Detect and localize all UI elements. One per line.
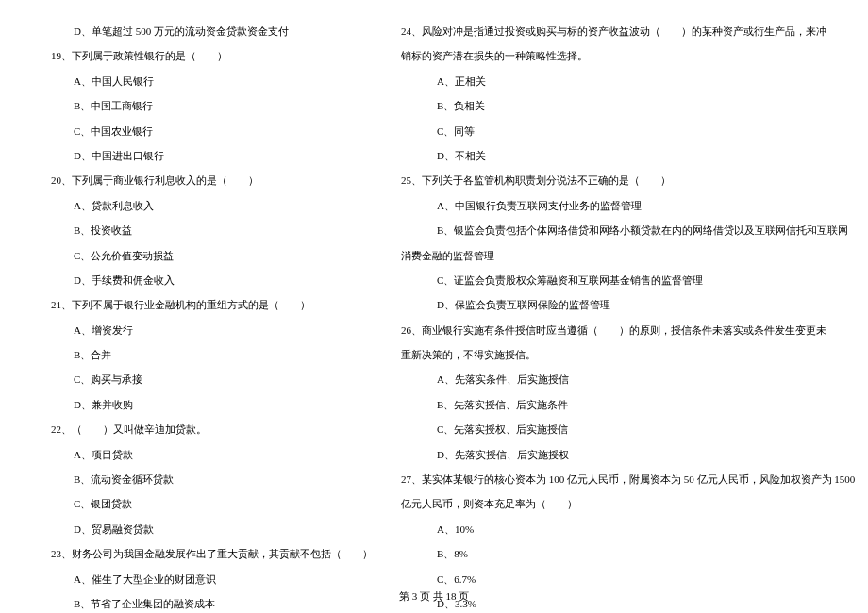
option: C、中国农业银行: [38, 119, 373, 143]
option: B、流动资金循环贷款: [38, 467, 373, 491]
option: D、不相关: [401, 143, 855, 168]
question-19: 19、下列属于政策性银行的是（ ）: [38, 43, 373, 68]
option: C、同等: [401, 119, 855, 143]
option: B、投资收益: [38, 218, 373, 242]
question-23: 23、财务公司为我国金融发展作出了重大贡献，其贡献不包括（ ）: [38, 541, 373, 566]
question-20: 20、下列属于商业银行利息收入的是（ ）: [38, 168, 373, 192]
left-column: D、单笔超过 500 万元的流动资金贷款资金支付 19、下列属于政策性银行的是（…: [38, 19, 373, 613]
content-columns: D、单笔超过 500 万元的流动资金贷款资金支付 19、下列属于政策性银行的是（…: [38, 19, 830, 613]
option: A、10%: [401, 517, 855, 541]
right-column: 24、风险对冲是指通过投资或购买与标的资产收益波动（ ）的某种资产或衍生产品，来…: [401, 19, 855, 613]
page-footer: 第 3 页 共 18 页: [0, 589, 868, 604]
question-21: 21、下列不属于银行业金融机构的重组方式的是（ ）: [38, 292, 373, 317]
option: D、保监会负责互联网保险的监督管理: [401, 292, 855, 317]
question-26-cont: 重新决策的，不得实施授信。: [401, 342, 855, 367]
option: D、贸易融资贷款: [38, 517, 373, 541]
option: D、中国进出口银行: [38, 143, 373, 168]
option: C、证监会负责股权众筹融资和互联网基金销售的监督管理: [401, 268, 855, 292]
option: D、手续费和佣金收入: [38, 268, 373, 292]
option: A、项目贷款: [38, 442, 373, 467]
option: B、8%: [401, 541, 855, 566]
option: B、先落实授信、后实施条件: [401, 392, 855, 417]
option: B、合并: [38, 342, 373, 367]
option: A、催生了大型企业的财团意识: [38, 567, 373, 591]
option: B、中国工商银行: [38, 93, 373, 118]
option: C、6.7%: [401, 567, 855, 591]
option: D、兼并收购: [38, 392, 373, 417]
question-22: 22、（ ）又叫做辛迪加贷款。: [38, 417, 373, 441]
option: D、单笔超过 500 万元的流动资金贷款资金支付: [38, 19, 373, 43]
option: B、负相关: [401, 93, 855, 118]
option: D、先落实授信、后实施授权: [401, 442, 855, 467]
question-26: 26、商业银行实施有条件授信时应当遵循（ ）的原则，授信条件未落实或条件发生变更…: [401, 318, 855, 342]
question-27-cont: 亿元人民币，则资本充足率为（ ）: [401, 491, 855, 516]
question-27: 27、某实体某银行的核心资本为 100 亿元人民币，附属资本为 50 亿元人民币…: [401, 467, 855, 491]
option: A、中国银行负责互联网支付业务的监督管理: [401, 193, 855, 218]
option: A、正相关: [401, 69, 855, 93]
option: A、中国人民银行: [38, 69, 373, 93]
option: C、公允价值变动损益: [38, 243, 373, 268]
option: A、贷款利息收入: [38, 193, 373, 218]
question-25: 25、下列关于各监管机构职责划分说法不正确的是（ ）: [401, 168, 855, 192]
question-24: 24、风险对冲是指通过投资或购买与标的资产收益波动（ ）的某种资产或衍生产品，来…: [401, 19, 855, 43]
option: C、银团贷款: [38, 491, 373, 516]
option: C、购买与承接: [38, 367, 373, 391]
question-24-cont: 销标的资产潜在损失的一种策略性选择。: [401, 43, 855, 68]
option: A、先落实条件、后实施授信: [401, 367, 855, 391]
option: B、银监会负责包括个体网络借贷和网络小额贷款在内的网络借贷以及互联网信托和互联网: [401, 218, 855, 242]
option: A、增资发行: [38, 318, 373, 342]
option-cont: 消费金融的监督管理: [401, 243, 855, 268]
option: C、先落实授权、后实施授信: [401, 417, 855, 441]
